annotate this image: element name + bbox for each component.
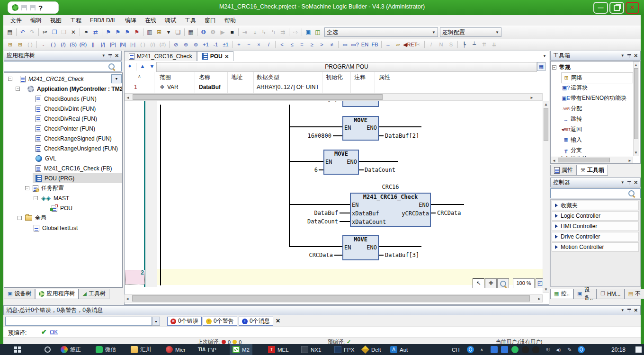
copy-icon[interactable]: ❐	[50, 28, 59, 37]
menu-edit[interactable]: 编辑	[26, 16, 46, 26]
menu-file[interactable]: 文件	[6, 16, 26, 26]
tray-penguin-icon[interactable]	[529, 344, 542, 355]
negated-parallel-contact-icon[interactable]: |/|	[98, 40, 108, 49]
paste-icon[interactable]: ❒	[59, 28, 69, 37]
plusminus-block-icon[interactable]: ±1	[221, 40, 231, 49]
mul-block-icon[interactable]: ×	[254, 40, 264, 49]
toolbox-item-assign[interactable]: -VAR 分配	[561, 104, 582, 114]
close-icon[interactable]: ✕	[634, 53, 638, 58]
ge-block-icon[interactable]: ≥	[307, 40, 317, 49]
tab-tools-tree[interactable]: ◢ 工具树	[79, 289, 109, 299]
scroll-down-icon[interactable]: ▼	[634, 151, 638, 155]
tab-application-tree[interactable]: 应用程序树	[35, 289, 79, 299]
language-indicator[interactable]: CH	[449, 344, 463, 355]
decrement-block-icon[interactable]: -1	[211, 40, 221, 49]
tree-item-checkpointer[interactable]: CheckPointer (FUN)	[36, 124, 95, 133]
scroll-right-icon[interactable]: ►	[537, 297, 541, 301]
close-icon[interactable]: ✕	[115, 53, 119, 58]
scroll-up-icon[interactable]: ▲	[544, 102, 548, 106]
editor-hscrollbar[interactable]: ◄ ►	[124, 294, 543, 302]
output-operand[interactable]: DataBuf[2]	[385, 133, 419, 139]
tree-item-checkrangeunsigned[interactable]: CheckRangeUnsigned (FUN)	[36, 143, 118, 153]
new-network-icon[interactable]: ⊞	[154, 28, 164, 37]
negated-coil-icon[interactable]: (/)	[148, 40, 158, 49]
close-icon[interactable]: ✕	[634, 308, 638, 313]
tree-item-checkrangesigned[interactable]: CheckRangeSigned (FUN)	[36, 133, 112, 143]
toolbox-item-branch[interactable]: ┲ 分支	[561, 145, 582, 155]
scroll-down-icon[interactable]: ▼	[544, 287, 548, 292]
input-operand[interactable]: 16#0800	[294, 133, 331, 139]
tree-item-checkbounds[interactable]: CheckBounds (FUN)	[36, 94, 97, 104]
delete-icon[interactable]: ✕	[69, 28, 78, 37]
new-network-menu-icon[interactable]: ▾	[164, 28, 173, 37]
accordion-hmi-controller[interactable]: HMI Controller	[552, 222, 639, 231]
close-button[interactable]: ✕	[626, 2, 639, 14]
insert-network-icon[interactable]: ⊞	[5, 40, 15, 49]
paste-special-icon[interactable]: ▥	[145, 28, 154, 37]
menu-view[interactable]: 视图	[46, 16, 66, 26]
volume-icon[interactable]: ◀)	[553, 344, 564, 355]
toolbox-group-general[interactable]: − 常规	[552, 62, 571, 72]
tab-toolbox[interactable]: ⚒ 工具箱	[577, 165, 608, 176]
scroll-left-icon[interactable]: ◄	[552, 159, 556, 163]
tab-misc[interactable]: ▤ 不	[625, 289, 644, 299]
menu-online[interactable]: 在线	[141, 16, 161, 26]
move-down-icon[interactable]: ▼	[147, 62, 157, 71]
taskbar-app-somachine-active[interactable]: M2	[230, 344, 252, 355]
tree-item-globaltextlist[interactable]: GlobalTextList	[34, 223, 78, 233]
taskbar-app-tia[interactable]: TIA F\P	[195, 344, 219, 355]
logout-icon[interactable]: ❂	[208, 28, 218, 37]
menu-fbd-ld-il[interactable]: FBD/LD/IL	[86, 16, 121, 25]
taskbar-search-button[interactable]	[42, 344, 54, 355]
menu-tools[interactable]: 工具	[180, 16, 200, 26]
splitter-up-icon[interactable]: ▲	[327, 101, 331, 103]
project-dropdown-button[interactable]: ▼	[111, 74, 122, 83]
tray-qq-icon[interactable]: Q	[575, 344, 588, 355]
step-over-icon[interactable]: ⇥	[240, 28, 250, 37]
taskbar-app-youzheng[interactable]: 悠正	[58, 344, 84, 355]
taskbar-app-fpx[interactable]: FPX	[331, 344, 357, 355]
tab-hmi[interactable]: ❐ HM...	[597, 289, 625, 299]
tree-item-project-root[interactable]: − M241_CRC16_Check	[8, 74, 84, 84]
menu-build[interactable]: 编译	[121, 16, 141, 26]
function-block-help-icon[interactable]: ▭?	[350, 40, 360, 49]
move-block-2[interactable]: MOVE EN ENO	[323, 150, 359, 175]
toolbox-item-network[interactable]: ⊞ 网络	[561, 72, 633, 83]
input-operand[interactable]: 6	[299, 167, 318, 173]
xor-block-icon[interactable]: ⊜	[191, 40, 201, 49]
move-block-3[interactable]: MOVE EN ENO	[342, 235, 379, 260]
action-center-icon[interactable]	[633, 344, 644, 355]
clear-messages-icon[interactable]: ✕	[276, 318, 280, 324]
next-step-icon[interactable]: ⇨	[291, 28, 300, 37]
pin-icon[interactable]	[627, 180, 631, 185]
infos-toggle-button[interactable]: i 0个消息	[239, 317, 273, 326]
pan-mode-icon[interactable]: ✚	[485, 278, 497, 288]
add-block-icon[interactable]: +	[234, 40, 244, 49]
configuration-combo[interactable]: 逻辑配置▼	[440, 27, 501, 37]
app-tree-search-input[interactable]	[4, 62, 122, 71]
toolbox-vscrollbar[interactable]: ▲ ▼	[633, 62, 639, 156]
output-operand[interactable]: DataCount	[365, 167, 395, 173]
accordion-logic-controller[interactable]: Logic Controller	[552, 211, 639, 221]
stop-icon[interactable]: ■	[227, 28, 237, 37]
tree-item-application[interactable]: − Application (MyController : TM24	[16, 84, 123, 94]
en-eno-function-icon[interactable]: FB	[370, 40, 380, 49]
controller-search-input[interactable]	[550, 188, 641, 198]
minimize-button[interactable]: —	[593, 2, 608, 14]
restore-button[interactable]	[609, 2, 624, 14]
tab-list-icon[interactable]: ▼	[543, 54, 546, 58]
negate-icon[interactable]: /	[426, 40, 436, 49]
new-declaration-icon[interactable]: ✦	[125, 62, 134, 71]
and-block-icon[interactable]: ⊘	[171, 40, 181, 49]
tree-item-mast[interactable]: − ◈◈ MAST	[34, 193, 69, 203]
tab-pou-active[interactable]: POU ✕	[197, 51, 233, 61]
collapse-declarations-icon[interactable]: ∧	[138, 74, 141, 79]
tab-device-tree[interactable]: ▣ 设备树	[4, 289, 35, 299]
taskbar-app-delta[interactable]: Delt	[359, 344, 384, 355]
tab-devices[interactable]: ▣ 设备..	[573, 289, 597, 299]
pin-icon[interactable]	[627, 308, 631, 313]
function-block-icon[interactable]: ▭	[340, 40, 350, 49]
menu-help[interactable]: 帮助	[220, 16, 240, 26]
table-row[interactable]: 1 ❖ VAR DataBuf ARRAY[0..127] OF UINT	[125, 82, 549, 92]
bookmark-toggle-icon[interactable]: ⚑	[104, 28, 113, 37]
